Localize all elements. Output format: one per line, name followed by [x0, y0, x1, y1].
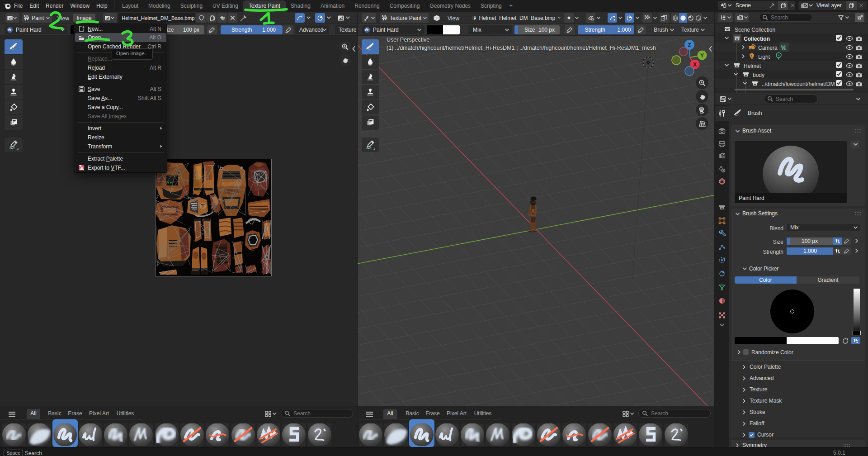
- svg-text:X: X: [693, 62, 697, 68]
- svg-text:Z: Z: [688, 42, 691, 48]
- svg-text:Y: Y: [700, 52, 704, 59]
